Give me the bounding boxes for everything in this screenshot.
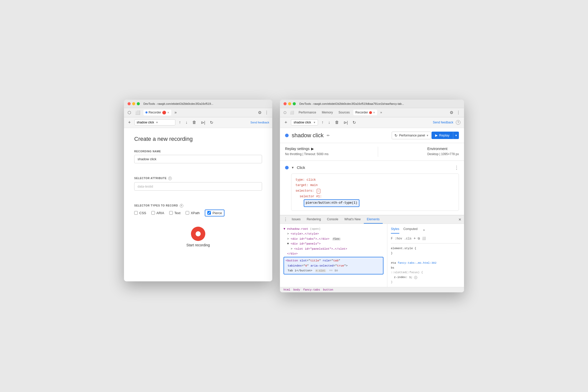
recording-selector[interactable]: shadow click ▾: [134, 119, 175, 125]
environment-details: Desktop | 1095×778 px: [427, 152, 459, 156]
selector-file-link[interactable]: fancy-tabs-…mo.html:302: [398, 261, 436, 264]
left-cursor-icon[interactable]: ⬡: [127, 110, 132, 116]
tab-issues[interactable]: Issues: [289, 215, 304, 224]
pseudo-classes-icon[interactable]: :hov: [395, 236, 402, 241]
step-forward-icon-right[interactable]: ⊳|: [343, 120, 349, 125]
recording-name-input[interactable]: [134, 155, 262, 163]
close-button[interactable]: [128, 102, 131, 105]
settings-icon-right[interactable]: ⚙: [450, 110, 453, 115]
help-icon-right[interactable]: ?: [456, 120, 460, 125]
delete-icon-right[interactable]: 🗑: [334, 120, 340, 125]
styles-more-tabs[interactable]: »: [422, 226, 426, 234]
selector-name: #ta: [391, 261, 396, 264]
more-tabs-btn[interactable]: »: [173, 110, 178, 115]
selector-help-icon[interactable]: ?: [168, 177, 172, 180]
click-step-header: ▼ Click ⋮: [285, 165, 459, 170]
recorder-tab[interactable]: Recorder 🔴 ✕: [143, 110, 171, 116]
checkbox-xpath[interactable]: XPath: [186, 211, 200, 215]
tab-recorder[interactable]: Recorder 🔴 ✕: [353, 110, 377, 115]
tab-rendering[interactable]: Rendering: [304, 215, 324, 224]
import-icon-right[interactable]: ↓: [327, 120, 331, 125]
export-icon-right[interactable]: ↑: [321, 120, 325, 125]
step-menu-icon[interactable]: ⋮: [454, 165, 459, 170]
tab-performance[interactable]: Performance: [297, 110, 318, 115]
click-step-container: ▼ Click ⋮ type: click target: main selec…: [280, 161, 464, 215]
styles-panel: Styles Computed » F :hov .cls + ⧉ ⬜ elem…: [387, 224, 464, 287]
tab-whats-new[interactable]: What's New: [341, 215, 364, 224]
aria-checkbox[interactable]: [151, 211, 155, 215]
css-checkbox[interactable]: [134, 211, 138, 215]
bottom-panel-menu[interactable]: ⋮: [282, 216, 289, 223]
performance-panel-label: Performance panel: [399, 134, 425, 137]
tab-console[interactable]: Console: [324, 215, 341, 224]
minimize-button[interactable]: [132, 102, 135, 105]
breadcrumb-body[interactable]: body: [293, 288, 300, 291]
checkbox-aria[interactable]: ARIA: [151, 211, 164, 215]
copy-styles-icon[interactable]: ⧉: [418, 236, 420, 241]
replay-dropdown-arrow[interactable]: ▾: [453, 132, 459, 139]
minimize-button-right[interactable]: [288, 102, 291, 105]
computed-tab[interactable]: Computed: [403, 226, 417, 234]
dom-highlighted-button[interactable]: <button slot="title" role="tab" tabindex…: [284, 257, 383, 274]
selector-types-help-icon[interactable]: ?: [180, 204, 183, 207]
recording-selector-right[interactable]: shadow click ▾: [291, 119, 318, 125]
xpath-checkbox[interactable]: [186, 211, 189, 215]
info-icon[interactable]: i: [414, 276, 417, 279]
recorder-tab-icon-right: 🔴: [369, 111, 372, 114]
right-cursor-icon[interactable]: ⬡: [282, 110, 287, 115]
text-checkbox[interactable]: [169, 211, 173, 215]
start-recording-button[interactable]: Start recording: [186, 227, 210, 247]
more-options-right[interactable]: ⋮: [455, 110, 461, 116]
element-style-close: }: [391, 251, 460, 256]
left-inspector-icon[interactable]: ⬜: [134, 110, 141, 116]
recording-name-section: RECORDING NAME: [134, 150, 262, 169]
tab-elements[interactable]: Elements: [364, 215, 383, 224]
classes-icon[interactable]: .cls: [404, 236, 412, 241]
tab-sources[interactable]: Sources: [336, 110, 352, 115]
close-button-right[interactable]: [284, 102, 287, 105]
flex-badge: flex: [332, 238, 341, 240]
step-expand-icon[interactable]: ▼: [291, 166, 294, 169]
more-options-icon[interactable]: ⋮: [264, 110, 270, 116]
maximize-button-right[interactable]: [293, 102, 296, 105]
maximize-button[interactable]: [137, 102, 140, 105]
checkbox-pierce[interactable]: Pierce: [205, 210, 224, 216]
breadcrumb-button[interactable]: button: [323, 288, 333, 291]
settings-icon[interactable]: ⚙: [258, 110, 262, 115]
filter-icon[interactable]: F: [391, 236, 393, 241]
close-panel-icon[interactable]: ✕: [458, 217, 461, 222]
tab-close-icon[interactable]: ✕: [167, 111, 169, 114]
selector-attribute-input[interactable]: [134, 182, 262, 191]
computed-styles-icon[interactable]: ⬜: [422, 236, 426, 241]
replay-button[interactable]: ▶ Replay ▾: [432, 132, 459, 139]
add-recording-btn[interactable]: +: [127, 119, 132, 126]
delete-icon[interactable]: 🗑: [191, 120, 197, 125]
replay-icon[interactable]: ↻: [209, 120, 214, 125]
add-style-icon[interactable]: +: [414, 236, 416, 242]
pierce-checkbox[interactable]: [207, 211, 211, 215]
selector-bs-line: bs: [391, 266, 460, 270]
import-icon[interactable]: ↓: [185, 120, 189, 125]
styles-tab[interactable]: Styles: [391, 226, 399, 234]
element-style-open: element.style {: [391, 246, 460, 251]
edit-title-icon[interactable]: ✏: [327, 133, 330, 137]
send-feedback-link-right[interactable]: Send feedback: [433, 121, 453, 124]
checkbox-text[interactable]: Text: [169, 211, 180, 215]
checkbox-css[interactable]: CSS: [134, 211, 146, 215]
replay-icon-right[interactable]: ↻: [352, 120, 357, 125]
replay-btn-main[interactable]: ▶ Replay: [432, 132, 453, 139]
breadcrumb-html[interactable]: html: [284, 288, 290, 291]
performance-panel-icon: ↻: [394, 133, 398, 137]
step-forward-icon[interactable]: ⊳|: [200, 120, 206, 125]
more-tabs-right[interactable]: »: [379, 110, 383, 115]
performance-panel-button[interactable]: ↻ Performance panel ▾: [392, 132, 431, 139]
breadcrumb-fancy-tabs[interactable]: fancy-tabs: [303, 288, 320, 291]
right-inspector-icon[interactable]: ⬜: [289, 110, 295, 115]
export-icon[interactable]: ↑: [178, 120, 182, 125]
add-recording-btn-right[interactable]: +: [284, 119, 288, 126]
send-feedback-link-left[interactable]: Send feedback: [251, 121, 269, 124]
recorder-tab-close-right[interactable]: ✕: [373, 111, 375, 114]
chevron-down-icon-right: ▾: [314, 121, 315, 124]
tab-memory[interactable]: Memory: [320, 110, 335, 115]
replay-settings-arrow[interactable]: ▶: [311, 147, 314, 151]
